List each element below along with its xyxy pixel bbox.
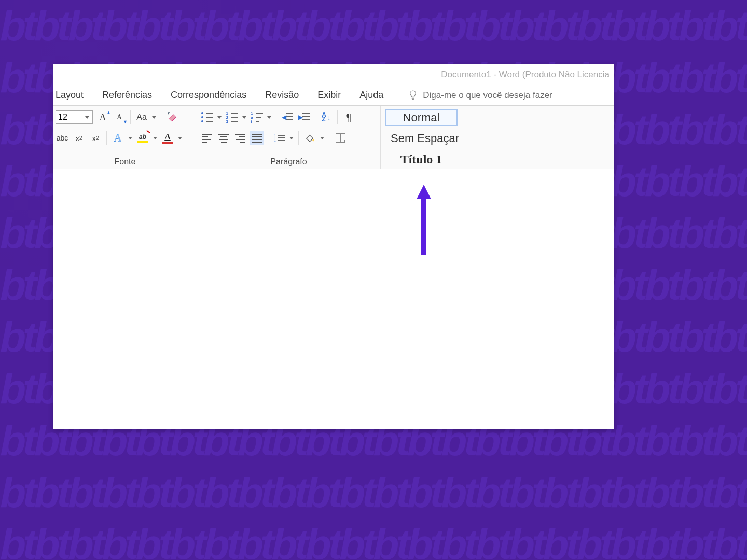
bullets-dropdown[interactable] (217, 110, 222, 124)
line-spacing-button[interactable]: ↑↓ (272, 131, 286, 145)
font-color-dropdown[interactable] (177, 131, 183, 145)
align-center-icon (218, 134, 229, 143)
tab-review[interactable]: Revisão (265, 90, 299, 101)
font-color-button[interactable]: A (161, 131, 174, 145)
separator (268, 131, 268, 145)
tell-me-placeholder: Diga-me o que você deseja fazer (423, 90, 552, 101)
numbering-dropdown[interactable] (242, 110, 247, 124)
strikethrough-button[interactable]: abc (56, 131, 69, 145)
bullets-icon (201, 112, 213, 123)
align-justify-icon (252, 134, 262, 143)
align-justify-button[interactable] (250, 131, 264, 145)
separator (315, 110, 315, 124)
separator (329, 131, 329, 145)
lightbulb-icon (408, 90, 418, 101)
separator (298, 131, 299, 145)
separator (276, 110, 276, 124)
group-styles: Normal Sem Espaçar Título 1 (380, 106, 614, 169)
group-label-font: Fonte (56, 156, 195, 167)
style-normal[interactable]: Normal (385, 109, 458, 126)
svg-point-0 (312, 139, 314, 142)
group-font: A▲ A▼ Aa abc x2 x2 (53, 106, 198, 169)
sort-button[interactable]: AZ↓ (320, 110, 333, 124)
style-no-spacing[interactable]: Sem Espaçar (385, 130, 465, 147)
align-right-icon (235, 134, 245, 143)
separator (337, 110, 338, 124)
line-spacing-arrows-icon: ↑↓ (273, 134, 276, 142)
tab-references[interactable]: Referências (102, 90, 152, 101)
paint-bucket-icon (305, 133, 315, 143)
document-canvas[interactable] (53, 169, 614, 429)
word-window: Documento1 - Word (Produto Não Licencia … (53, 64, 614, 429)
clear-formatting-button[interactable] (165, 110, 179, 124)
ribbon-tabs: Layout Referências Correspondências Revi… (53, 85, 614, 106)
shading-button[interactable] (303, 131, 316, 145)
style-heading-1[interactable]: Título 1 (385, 151, 458, 167)
highlight-dropdown[interactable] (153, 131, 158, 145)
group-paragraph: 123 1ai ◀ ▶ AZ↓ (198, 106, 380, 169)
tab-help[interactable]: Ajuda (359, 90, 383, 101)
decrease-indent-button[interactable]: ◀ (281, 110, 294, 124)
superscript-button[interactable]: x2 (89, 131, 102, 145)
multilevel-dropdown[interactable] (267, 110, 272, 124)
grow-font-button[interactable]: A▲ (96, 110, 109, 124)
bullets-button[interactable] (200, 110, 214, 124)
increase-indent-icon: ▶ (298, 113, 310, 122)
separator (130, 110, 131, 124)
tell-me-search[interactable]: Diga-me o que você deseja fazer (408, 90, 552, 101)
align-right-button[interactable] (233, 131, 247, 145)
ribbon: A▲ A▼ Aa abc x2 x2 (53, 106, 614, 169)
shrink-font-button[interactable]: A▼ (113, 110, 126, 124)
separator (161, 110, 161, 124)
font-color-swatch (162, 142, 173, 144)
title-text: Documento1 - Word (Produto Não Licencia (441, 69, 610, 80)
borders-button[interactable] (334, 131, 347, 145)
font-size-combo[interactable] (56, 110, 93, 124)
shading-dropdown[interactable] (320, 131, 325, 145)
borders-icon (336, 133, 345, 143)
text-effects-button[interactable]: A (111, 131, 125, 145)
subscript-button[interactable]: x2 (72, 131, 86, 145)
tab-layout[interactable]: Layout (56, 90, 84, 101)
font-color-icon: A (164, 132, 171, 142)
font-size-dropdown[interactable] (82, 110, 91, 124)
decrease-indent-icon: ◀ (282, 113, 293, 122)
align-center-button[interactable] (217, 131, 230, 145)
change-case-dropdown[interactable] (151, 110, 157, 124)
multilevel-icon: 1ai (251, 112, 263, 123)
separator (106, 131, 107, 145)
highlight-color-swatch (137, 141, 148, 143)
tab-mailings[interactable]: Correspondências (171, 90, 246, 101)
line-spacing-dropdown[interactable] (289, 131, 294, 145)
paragraph-dialog-launcher[interactable] (369, 159, 376, 166)
group-label-paragraph: Parágrafo (200, 156, 377, 167)
align-left-button[interactable] (200, 131, 214, 145)
highlight-button[interactable]: ab (136, 131, 149, 145)
line-spacing-lines-icon (278, 135, 285, 141)
increase-indent-button[interactable]: ▶ (297, 110, 311, 124)
multilevel-list-button[interactable]: 1ai (250, 110, 264, 124)
tab-view[interactable]: Exibir (317, 90, 341, 101)
title-bar: Documento1 - Word (Produto Não Licencia (53, 64, 614, 85)
text-effects-dropdown[interactable] (128, 131, 133, 145)
change-case-button[interactable]: Aa (135, 110, 148, 124)
numbering-button[interactable]: 123 (225, 110, 239, 124)
eraser-icon (167, 112, 178, 122)
show-hide-marks-button[interactable]: ¶ (342, 110, 355, 124)
font-size-input[interactable] (56, 113, 82, 122)
align-left-icon (202, 134, 212, 143)
highlight-icon: ab (139, 133, 146, 141)
font-dialog-launcher[interactable] (186, 159, 193, 166)
numbering-icon: 123 (226, 112, 238, 123)
